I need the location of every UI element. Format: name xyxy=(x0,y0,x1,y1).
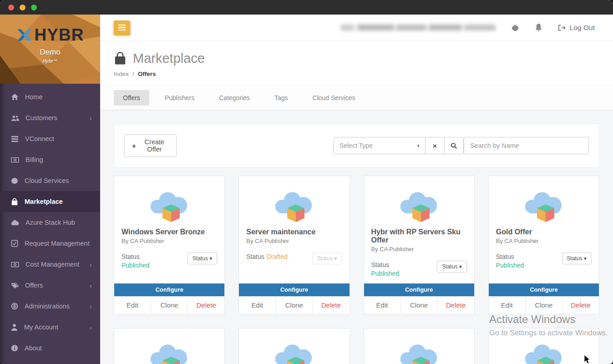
chevron-left-icon: ‹ xyxy=(90,261,92,268)
info-icon xyxy=(11,344,18,352)
status-dropdown[interactable]: Status ▾ xyxy=(562,253,592,264)
status-value: Published xyxy=(496,261,524,270)
sidebar-item-vconnect[interactable]: VConnect xyxy=(0,128,100,149)
card-actions: EditCloneDelete xyxy=(114,296,224,314)
status-label: Status xyxy=(122,253,140,260)
offer-card: newBy CA Publisher xyxy=(238,328,350,364)
offer-publisher: By CA Publisher xyxy=(246,238,342,244)
configure-button[interactable]: Configure xyxy=(364,283,474,296)
status-value: Published xyxy=(122,261,150,270)
cloud-cube-icon xyxy=(371,335,467,364)
chevron-down-icon: ▾ xyxy=(459,263,462,270)
sidebar-item-marketplace[interactable]: Marketplace xyxy=(0,191,100,212)
plus-icon: + xyxy=(132,142,136,150)
cloud-icon xyxy=(11,220,19,226)
status-row: StatusPublishedStatus ▾ xyxy=(371,261,467,278)
close-window-button[interactable] xyxy=(8,5,14,10)
cloud-cube-icon xyxy=(122,335,217,364)
tab-publishers[interactable]: Publishers xyxy=(156,90,203,106)
hybr-logo-icon xyxy=(16,27,33,43)
select-type-placeholder: Select Type xyxy=(339,142,373,149)
maximize-window-button[interactable] xyxy=(31,5,37,10)
configure-button[interactable]: Configure xyxy=(114,283,224,296)
notifications-bell-icon[interactable] xyxy=(535,23,542,32)
status-dropdown[interactable]: Status ▾ xyxy=(437,261,466,273)
search-by-name-input[interactable] xyxy=(464,137,589,154)
window-titlebar xyxy=(0,0,613,15)
chevron-down-icon: ▾ xyxy=(417,143,420,149)
sidebar-item-label: Request Management xyxy=(25,240,90,247)
edit-button[interactable]: Edit xyxy=(364,297,401,314)
globe-icon[interactable] xyxy=(511,24,519,32)
breadcrumb: Index / Offers xyxy=(114,71,599,77)
clone-button[interactable]: Clone xyxy=(151,297,188,314)
offer-name: Hybr with RP Servers Sku Offer xyxy=(371,228,467,244)
clone-button[interactable]: Clone xyxy=(526,297,562,314)
cloud-cube-icon xyxy=(496,182,592,225)
cloud-cube-icon xyxy=(246,182,342,225)
tab-tags[interactable]: Tags xyxy=(265,90,297,106)
breadcrumb-index[interactable]: Index xyxy=(114,71,129,77)
sidebar-item-cost-management[interactable]: Cost Management‹ xyxy=(0,254,100,275)
create-offer-label: Create Offer xyxy=(140,138,169,153)
sidebar-item-azure-stack-hub[interactable]: Azure Stack Hub xyxy=(0,212,100,233)
sidebar-toggle-button[interactable] xyxy=(114,20,130,35)
configure-button[interactable]: Configure xyxy=(239,283,349,296)
clear-filter-button[interactable]: × xyxy=(425,137,444,154)
clone-button[interactable]: Clone xyxy=(401,297,438,314)
offer-publisher: By CA Publisher xyxy=(496,238,592,244)
status-row: StatusPublishedStatus ▾ xyxy=(496,253,592,270)
offer-publisher: By CA Publisher xyxy=(122,238,217,244)
create-offer-button[interactable]: + Create Offer xyxy=(124,134,177,157)
delete-button[interactable]: Delete xyxy=(188,297,224,314)
sidebar-item-offers[interactable]: Offers‹ xyxy=(0,275,100,296)
sidebar-item-label: Offers xyxy=(25,282,43,289)
list-icon xyxy=(11,136,19,142)
select-type-dropdown[interactable]: Select Type ▾ xyxy=(334,137,425,154)
sidebar-item-home[interactable]: Home xyxy=(0,86,100,107)
sidebar-item-cloud-services[interactable]: Cloud Services xyxy=(0,170,100,191)
sidebar-item-label: VConnect xyxy=(25,135,54,142)
delete-button[interactable]: Delete xyxy=(562,297,599,314)
sidebar-item-label: Cost Management xyxy=(25,261,79,268)
cloud-cube-icon xyxy=(122,182,217,225)
brand-logo: HYBR xyxy=(0,25,100,45)
tab-categories[interactable]: Categories xyxy=(210,90,259,106)
status-label: Status xyxy=(246,253,264,260)
sidebar-item-customers[interactable]: Customers‹ xyxy=(0,107,100,128)
sidebar-item-my-account[interactable]: My Account‹ xyxy=(0,317,100,338)
edit-button[interactable]: Edit xyxy=(489,297,526,314)
offers-toolbar: + Create Offer Select Type ▾ × xyxy=(114,124,599,167)
sign-out-icon xyxy=(558,24,566,31)
status-dropdown[interactable]: Status ▾ xyxy=(187,253,217,264)
logout-button[interactable]: Log Out xyxy=(558,24,595,32)
sidebar-item-administrations[interactable]: Administrations‹ xyxy=(0,296,100,317)
card-actions: EditCloneDelete xyxy=(364,296,474,314)
status-dropdown[interactable]: Status ▾ xyxy=(312,253,342,264)
status-text: StatusPublished xyxy=(122,253,150,270)
minimize-window-button[interactable] xyxy=(20,5,25,10)
brand-header: HYBR Demo Hybr™ xyxy=(0,15,100,84)
configure-button[interactable]: Configure xyxy=(489,283,599,296)
chevron-left-icon: ‹ xyxy=(90,114,92,122)
edit-button[interactable]: Edit xyxy=(239,297,276,314)
status-value: Published xyxy=(371,269,400,278)
tab-cloud-services[interactable]: Cloud Services xyxy=(304,90,365,106)
tab-offers[interactable]: Offers xyxy=(114,90,149,106)
clone-button[interactable]: Clone xyxy=(276,297,313,314)
offer-card: windowsserverBy MicrosoftWindowsServer xyxy=(488,328,599,364)
chevron-left-icon: ‹ xyxy=(90,324,92,331)
app-window: HYBR Demo Hybr™ HomeCustomers‹VConnectBi… xyxy=(0,0,613,364)
sidebar-item-request-management[interactable]: Request Management xyxy=(0,233,100,254)
delete-button[interactable]: Delete xyxy=(438,297,474,314)
sidebar-item-label: Marketplace xyxy=(25,198,63,205)
offer-card: Hybr Full Stack ServersBy CA Publisher xyxy=(364,328,475,364)
sidebar-item-label: Administrations xyxy=(25,303,70,310)
delete-button[interactable]: Delete xyxy=(313,297,349,314)
search-filter-button[interactable] xyxy=(444,137,463,154)
edit-button[interactable]: Edit xyxy=(114,297,151,314)
topbar: Log Out xyxy=(100,15,613,41)
sidebar-item-about[interactable]: About xyxy=(0,338,100,359)
tag-icon xyxy=(11,282,19,289)
sidebar-item-billing[interactable]: Billing xyxy=(0,149,100,170)
